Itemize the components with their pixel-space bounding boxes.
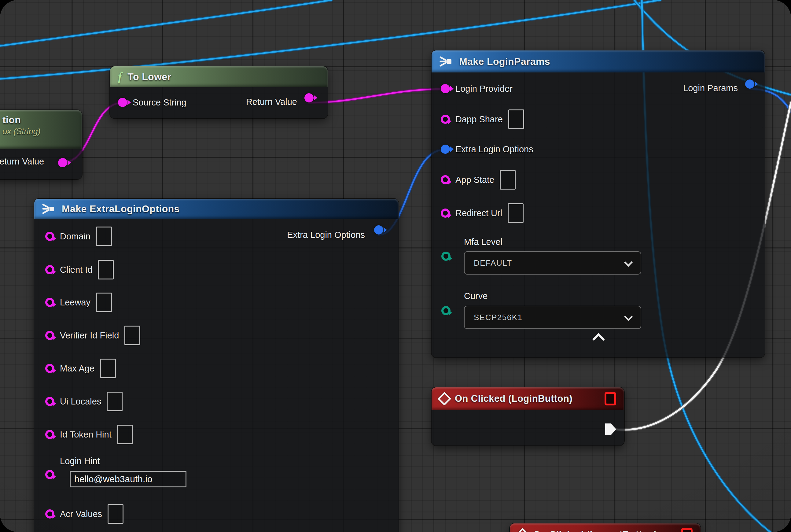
- mfa-level-label: Mfa Level: [464, 237, 502, 247]
- pin-label-domain: Domain: [60, 231, 91, 242]
- node-subtitle: ox (String): [2, 127, 41, 136]
- node-header: Make ExtraLoginOptions: [34, 199, 399, 219]
- wire-cyan-top-left: [0, 0, 332, 46]
- leeway-value-box[interactable]: [96, 292, 112, 312]
- delegate-badge-icon: [681, 528, 693, 532]
- max-age-pin[interactable]: [45, 364, 54, 373]
- id-token-hint-pin[interactable]: [45, 430, 54, 439]
- pin-label-extra-login-options-out: Extra Login Options: [287, 230, 365, 240]
- login-hint-input[interactable]: [70, 471, 187, 487]
- node-make-login-params[interactable]: Make LoginParams Login Provider Login Pa…: [431, 51, 765, 357]
- node-title: Make ExtraLoginOptions: [62, 203, 180, 215]
- chevron-down-icon: [624, 258, 633, 267]
- collapse-chevron-up-icon[interactable]: [592, 333, 605, 345]
- curve-value: SECP256K1: [474, 313, 522, 322]
- pin-label-return-value: eturn Value: [0, 156, 44, 167]
- wire-tolower-to-login-provider: [309, 89, 445, 103]
- node-make-extra-login-options[interactable]: Make ExtraLoginOptions Domain Extra Logi…: [34, 199, 399, 532]
- login-params-out-pin[interactable]: [745, 79, 754, 89]
- domain-value-box[interactable]: [96, 227, 112, 246]
- blueprint-graph-canvas[interactable]: tion ox (String) eturn Value f To Lower …: [0, 0, 791, 532]
- curve-pin[interactable]: [441, 306, 450, 315]
- node-header: On Clicked (LoginButton): [431, 387, 624, 410]
- node-title: On Clicked (LogoutButton): [533, 529, 657, 532]
- login-hint-pin[interactable]: [45, 470, 54, 479]
- pin-label-login-provider: Login Provider: [456, 84, 513, 94]
- node-title: tion: [2, 114, 41, 126]
- make-struct-icon: [42, 203, 56, 215]
- return-value-pin[interactable]: [304, 93, 314, 102]
- node-on-clicked-login-button[interactable]: On Clicked (LoginButton): [431, 387, 624, 445]
- app-state-value-box[interactable]: [500, 170, 516, 190]
- pin-label-max-age: Max Age: [60, 363, 94, 374]
- chevron-down-icon: [624, 312, 633, 321]
- id-token-hint-value-box[interactable]: [117, 425, 133, 444]
- redirect-url-value-box[interactable]: [508, 203, 524, 223]
- app-state-pin[interactable]: [441, 175, 450, 184]
- mfa-level-pin[interactable]: [441, 252, 450, 261]
- redirect-url-pin[interactable]: [441, 209, 450, 218]
- domain-pin[interactable]: [45, 232, 54, 241]
- pin-label-redirect-url: Redirect Url: [456, 208, 502, 218]
- pin-label-app-state: App State: [456, 175, 494, 185]
- curve-dropdown[interactable]: SECP256K1: [464, 306, 641, 329]
- node-on-clicked-logout-button[interactable]: On Clicked (LogoutButton): [510, 524, 700, 532]
- node-get-text-partial[interactable]: tion ox (String) eturn Value: [0, 110, 82, 179]
- exec-out-pin[interactable]: [605, 423, 616, 435]
- mfa-level-value: DEFAULT: [474, 258, 512, 268]
- curve-label: Curve: [464, 291, 487, 301]
- return-value-pin[interactable]: [58, 158, 67, 167]
- pin-label-return-value: Return Value: [246, 97, 297, 107]
- node-title: Make LoginParams: [459, 56, 550, 67]
- ui-locales-value-box[interactable]: [107, 392, 122, 411]
- node-title: To Lower: [128, 71, 171, 82]
- extra-login-options-in-pin[interactable]: [441, 145, 450, 154]
- verifier-id-field-value-box[interactable]: [124, 326, 140, 345]
- node-title: On Clicked (LoginButton): [455, 393, 573, 404]
- login-provider-pin[interactable]: [441, 84, 450, 93]
- pin-label-login-params: Login Params: [683, 83, 738, 93]
- pin-label-source-string: Source String: [133, 97, 187, 108]
- pin-label-dapp-share: Dapp Share: [456, 114, 503, 125]
- acr-values-value-box[interactable]: [108, 504, 123, 524]
- dapp-share-value-box[interactable]: [508, 110, 524, 129]
- dapp-share-pin[interactable]: [441, 115, 450, 124]
- node-to-lower[interactable]: f To Lower Source String Return Value: [110, 66, 328, 118]
- ui-locales-pin[interactable]: [45, 397, 54, 406]
- delegate-badge-icon: [604, 392, 616, 405]
- max-age-value-box[interactable]: [100, 359, 116, 378]
- client-id-value-box[interactable]: [98, 260, 114, 280]
- mfa-level-dropdown[interactable]: DEFAULT: [464, 251, 641, 274]
- pin-label-verifier-id-field: Verifier Id Field: [60, 330, 119, 341]
- pin-label-leeway: Leeway: [60, 298, 91, 308]
- source-string-pin[interactable]: [118, 98, 127, 107]
- pin-label-client-id: Client Id: [60, 265, 92, 275]
- node-header: f To Lower: [110, 66, 328, 87]
- event-diamond-icon: [437, 392, 451, 405]
- make-struct-icon: [440, 56, 454, 67]
- pin-label-extra-login-options: Extra Login Options: [456, 144, 533, 154]
- node-header: Make LoginParams: [431, 51, 765, 73]
- node-header: tion ox (String): [0, 110, 82, 149]
- extra-login-options-out-pin[interactable]: [374, 225, 383, 234]
- leeway-pin[interactable]: [45, 298, 54, 307]
- function-icon: f: [118, 71, 122, 83]
- verifier-id-field-pin[interactable]: [45, 331, 54, 340]
- client-id-pin[interactable]: [45, 265, 54, 274]
- node-header: On Clicked (LogoutButton): [510, 524, 700, 532]
- pin-label-acr-values: Acr Values: [60, 509, 102, 519]
- pin-label-id-token-hint: Id Token Hint: [60, 430, 112, 440]
- acr-values-pin[interactable]: [45, 509, 54, 518]
- pin-label-ui-locales: Ui Locales: [60, 397, 101, 407]
- pin-label-login-hint: Login Hint: [60, 456, 100, 466]
- event-diamond-icon: [516, 528, 529, 532]
